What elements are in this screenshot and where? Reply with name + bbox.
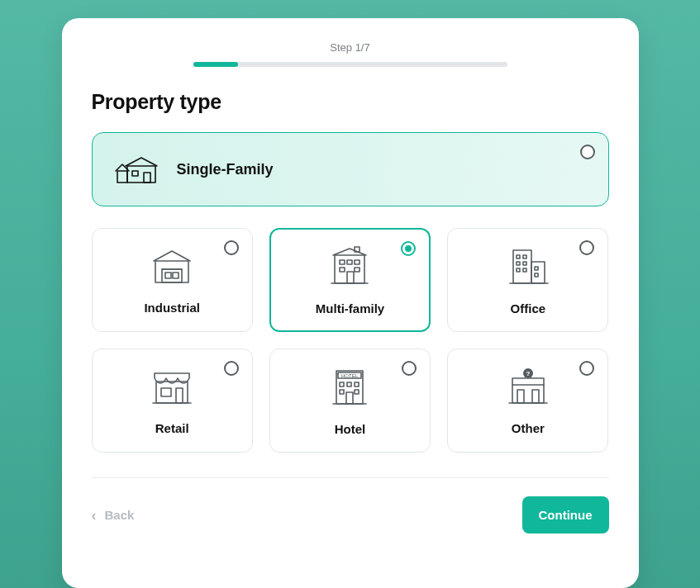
wizard-footer: ‹ Back Continue [92, 496, 609, 533]
svg-rect-39 [340, 390, 344, 394]
svg-rect-19 [531, 262, 545, 283]
svg-rect-2 [144, 173, 150, 183]
progress-fill [193, 62, 238, 67]
step-indicator: Step 1/7 [92, 41, 609, 54]
svg-rect-14 [340, 268, 345, 272]
svg-rect-23 [523, 262, 526, 265]
svg-rect-26 [535, 267, 538, 270]
svg-rect-30 [161, 388, 171, 396]
radio-indicator [402, 361, 417, 376]
radio-indicator [401, 241, 416, 256]
option-label: Retail [155, 421, 189, 435]
other-icon: ? [506, 367, 550, 410]
svg-rect-11 [340, 260, 345, 264]
storefront-icon [150, 367, 194, 410]
radio-indicator [579, 361, 594, 376]
warehouse-icon [150, 246, 193, 289]
option-hotel[interactable]: HOTEL Hotel [269, 349, 431, 453]
svg-rect-45 [517, 390, 524, 403]
options-grid: Industrial Multi-family [92, 228, 609, 453]
radio-indicator [224, 240, 239, 255]
option-label: Multi-family [316, 301, 384, 315]
svg-rect-4 [155, 261, 188, 282]
option-retail[interactable]: Retail [92, 349, 253, 453]
svg-rect-27 [535, 273, 538, 277]
option-multi-family[interactable]: Multi-family [269, 228, 431, 332]
svg-rect-31 [176, 388, 183, 403]
house-icon [114, 153, 160, 186]
back-button[interactable]: ‹ Back [92, 508, 135, 523]
option-label: Single-Family [177, 161, 274, 178]
wizard-card: Step 1/7 Property type Single-Family [62, 18, 639, 588]
hotel-icon: HOTEL [328, 366, 371, 410]
progress-bar [193, 62, 507, 67]
option-industrial[interactable]: Industrial [92, 228, 253, 332]
option-label: Office [511, 301, 546, 315]
svg-rect-7 [173, 273, 179, 278]
option-label: Hotel [335, 422, 366, 436]
option-label: Industrial [144, 301, 200, 315]
radio-indicator [580, 145, 595, 159]
svg-rect-46 [532, 390, 539, 403]
divider [92, 477, 609, 478]
svg-text:HOTEL: HOTEL [341, 373, 359, 378]
apartment-icon [326, 245, 373, 290]
page-title: Property type [92, 90, 609, 114]
option-other[interactable]: ? Other [447, 349, 608, 453]
svg-rect-24 [517, 268, 520, 272]
svg-rect-0 [127, 166, 155, 183]
svg-rect-1 [117, 171, 127, 183]
option-label: Other [512, 421, 545, 435]
radio-indicator [579, 240, 594, 255]
office-icon [505, 245, 551, 290]
svg-rect-22 [517, 262, 520, 265]
svg-rect-12 [347, 260, 352, 264]
svg-rect-15 [355, 268, 360, 272]
svg-rect-21 [523, 255, 526, 258]
back-label: Back [105, 508, 135, 522]
svg-rect-13 [355, 260, 360, 264]
radio-indicator [224, 361, 239, 376]
svg-rect-20 [517, 255, 520, 258]
svg-rect-25 [523, 268, 526, 272]
svg-rect-41 [346, 392, 353, 404]
svg-rect-38 [355, 382, 359, 386]
svg-rect-16 [347, 272, 354, 283]
svg-rect-6 [165, 273, 171, 278]
option-office[interactable]: Office [447, 228, 608, 332]
svg-text:?: ? [526, 370, 530, 377]
svg-rect-37 [347, 382, 351, 386]
svg-rect-3 [132, 171, 138, 176]
continue-button[interactable]: Continue [522, 496, 609, 533]
chevron-left-icon: ‹ [92, 508, 97, 523]
option-single-family[interactable]: Single-Family [92, 132, 609, 206]
svg-rect-40 [355, 390, 359, 394]
svg-rect-36 [340, 382, 344, 386]
